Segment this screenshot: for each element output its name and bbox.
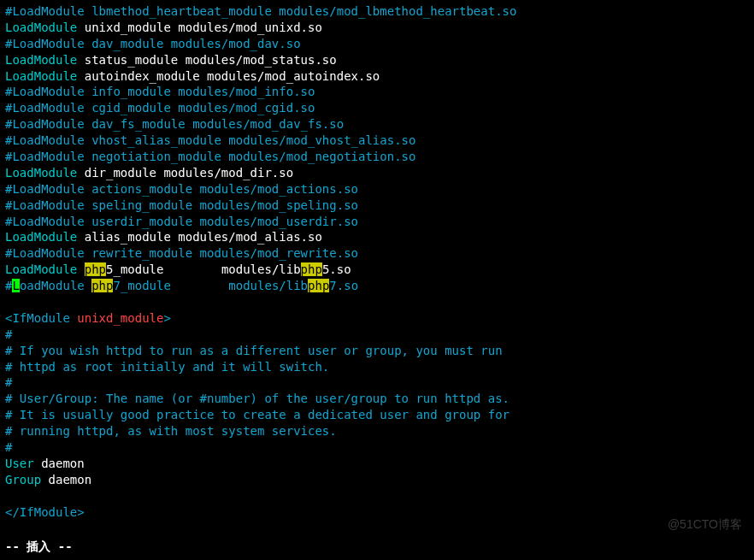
code-line: #LoadModule lbmethod_heartbeat_module mo… bbox=[5, 3, 749, 20]
watermark-text: @51CTO博客 bbox=[668, 516, 742, 533]
code-line bbox=[5, 294, 749, 310]
code-line: #LoadModule dav_fs_module modules/mod_da… bbox=[5, 116, 749, 133]
vim-editor[interactable]: #LoadModule lbmethod_heartbeat_module mo… bbox=[5, 3, 749, 536]
code-line: </IfModule> bbox=[5, 504, 749, 521]
code-line: <IfModule unixd_module> bbox=[5, 310, 749, 327]
code-line: #LoadModule dav_module modules/mod_dav.s… bbox=[5, 36, 749, 52]
code-line: LoadModule alias_module modules/mod_alia… bbox=[5, 229, 749, 245]
code-line: # User/Group: The name (or #number) of t… bbox=[5, 391, 749, 407]
code-line: #LoadModule actions_module modules/mod_a… bbox=[5, 181, 749, 197]
code-line: #LoadModule php7_module modules/libphp7.… bbox=[5, 278, 749, 294]
code-line: #LoadModule negotiation_module modules/m… bbox=[5, 149, 749, 165]
cursor: L bbox=[12, 279, 19, 292]
code-line: LoadModule unixd_module modules/mod_unix… bbox=[5, 20, 749, 36]
code-line: LoadModule status_module modules/mod_sta… bbox=[5, 52, 749, 68]
search-highlight: php bbox=[308, 279, 329, 292]
code-line bbox=[5, 521, 749, 537]
code-line: # running httpd, as with most system ser… bbox=[5, 423, 749, 439]
vim-mode-status: -- 插入 -- bbox=[5, 539, 73, 555]
code-line: LoadModule php5_module modules/libphp5.s… bbox=[5, 262, 749, 278]
search-highlight: php bbox=[301, 262, 322, 276]
code-line: # If you wish httpd to run as a differen… bbox=[5, 343, 749, 359]
search-highlight: php bbox=[91, 279, 113, 292]
code-line bbox=[5, 488, 749, 504]
code-line: # It is usually good practice to create … bbox=[5, 407, 749, 423]
code-line: LoadModule autoindex_module modules/mod_… bbox=[5, 68, 749, 85]
code-line: # httpd as root initially and it will sw… bbox=[5, 359, 749, 375]
code-line: #LoadModule userdir_module modules/mod_u… bbox=[5, 214, 749, 230]
code-line: # bbox=[5, 439, 749, 456]
code-line: #LoadModule cgid_module modules/mod_cgid… bbox=[5, 100, 749, 116]
code-line: #LoadModule vhost_alias_module modules/m… bbox=[5, 133, 749, 149]
search-highlight: php bbox=[85, 262, 106, 276]
code-line: # bbox=[5, 327, 749, 343]
code-line: LoadModule dir_module modules/mod_dir.so bbox=[5, 165, 749, 181]
code-line: #LoadModule info_module modules/mod_info… bbox=[5, 84, 749, 100]
code-line: #LoadModule speling_module modules/mod_s… bbox=[5, 197, 749, 214]
code-line: Group daemon bbox=[5, 472, 749, 488]
code-line: #LoadModule rewrite_module modules/mod_r… bbox=[5, 245, 749, 262]
code-line: User daemon bbox=[5, 456, 749, 472]
code-line: # bbox=[5, 374, 749, 391]
